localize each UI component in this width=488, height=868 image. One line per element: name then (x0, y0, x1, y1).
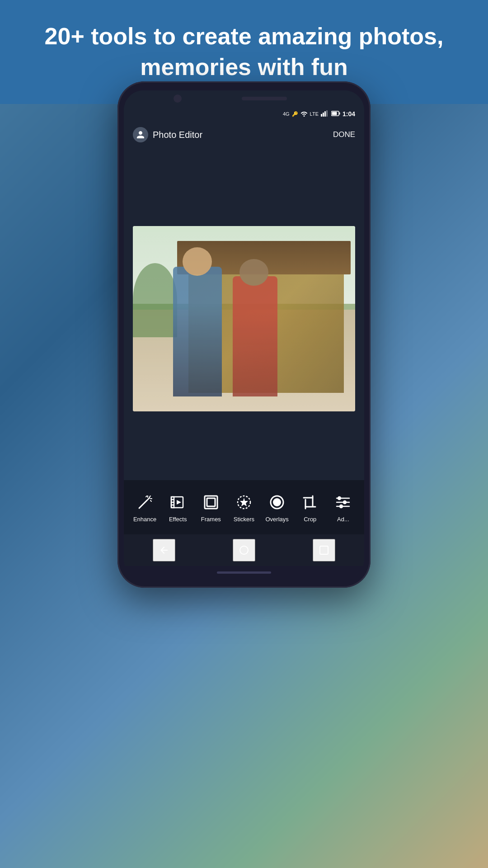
phone-camera (174, 94, 182, 103)
phone-top-bar (124, 90, 364, 107)
tool-stickers[interactable]: Stickers (228, 492, 260, 523)
done-button[interactable]: DONE (333, 130, 355, 139)
svg-rect-6 (339, 112, 340, 114)
image-area (124, 148, 364, 480)
app-title: Photo Editor (153, 130, 202, 140)
crop-label: Crop (304, 516, 316, 523)
frame-icon (201, 492, 221, 512)
svg-rect-21 (207, 498, 215, 506)
app-header-left: Photo Editor (133, 127, 202, 142)
svg-marker-23 (240, 498, 248, 506)
banner-bold: 20+ (45, 23, 84, 49)
tool-frames[interactable]: Frames (195, 492, 227, 523)
svg-point-36 (340, 505, 343, 508)
svg-line-13 (150, 500, 151, 501)
tool-adjust[interactable]: Ad... (327, 492, 359, 523)
app-header: Photo Editor DONE (124, 121, 364, 148)
user-avatar (133, 127, 148, 142)
network-icon: 4G (283, 111, 290, 117)
svg-point-35 (343, 501, 346, 504)
lte-label: LTE (310, 111, 319, 117)
phone-frame: 4G 🔑 LTE (117, 81, 371, 588)
phone-speaker (242, 97, 287, 100)
overlays-label: Overlays (265, 516, 288, 523)
status-icons: 4G 🔑 LTE (283, 110, 355, 118)
svg-rect-30 (307, 498, 313, 507)
tool-effects[interactable]: Effects (162, 492, 194, 523)
stickers-label: Stickers (234, 516, 254, 523)
key-icon: 🔑 (292, 111, 298, 117)
svg-line-7 (139, 500, 147, 508)
svg-rect-5 (332, 112, 337, 115)
frames-label: Frames (201, 516, 221, 523)
star-circle-icon (234, 492, 254, 512)
wifi-icon (300, 110, 308, 118)
wand-icon (135, 492, 155, 512)
tool-enhance[interactable]: Enhance (129, 492, 161, 523)
svg-point-25 (273, 498, 281, 506)
home-button[interactable] (233, 539, 255, 561)
photo-filter-overlay (133, 226, 355, 411)
svg-rect-38 (320, 546, 328, 554)
enhance-label: Enhance (133, 516, 156, 523)
banner-text: 20+ tools to create amazing photos, memo… (27, 21, 461, 82)
phone-screen: 4G 🔑 LTE (124, 90, 364, 579)
tool-crop[interactable]: Crop (294, 492, 326, 523)
svg-point-34 (338, 497, 341, 500)
back-button[interactable] (153, 539, 175, 561)
phone-wrapper: 4G 🔑 LTE (117, 81, 371, 588)
sliders-icon (333, 492, 353, 512)
svg-marker-19 (177, 500, 181, 505)
svg-line-11 (150, 496, 150, 497)
toolbar: Enhance Effects (124, 480, 364, 534)
circle-fill-icon (267, 492, 287, 512)
recent-apps-button[interactable] (313, 539, 335, 561)
svg-line-12 (146, 496, 147, 497)
navigation-bar (124, 534, 364, 566)
banner-rest: tools to create amazing photos, memories… (84, 23, 444, 80)
svg-rect-3 (326, 110, 328, 117)
photo-container[interactable] (133, 226, 355, 411)
signal-bars (321, 110, 329, 118)
battery-icon (331, 111, 340, 118)
status-bar: 4G 🔑 LTE (124, 107, 364, 121)
svg-rect-0 (321, 114, 322, 117)
crop-icon (300, 492, 320, 512)
svg-point-37 (240, 546, 248, 554)
photo-scene (133, 226, 355, 411)
home-indicator (124, 566, 364, 579)
status-time: 1:04 (343, 110, 355, 118)
tool-overlays[interactable]: Overlays (261, 492, 293, 523)
home-indicator-bar (217, 571, 271, 574)
effects-label: Effects (169, 516, 187, 523)
svg-rect-1 (323, 113, 324, 117)
adjust-label: Ad... (337, 516, 349, 523)
filmstrip-icon (168, 492, 188, 512)
svg-line-8 (147, 498, 150, 500)
svg-rect-2 (324, 111, 326, 117)
